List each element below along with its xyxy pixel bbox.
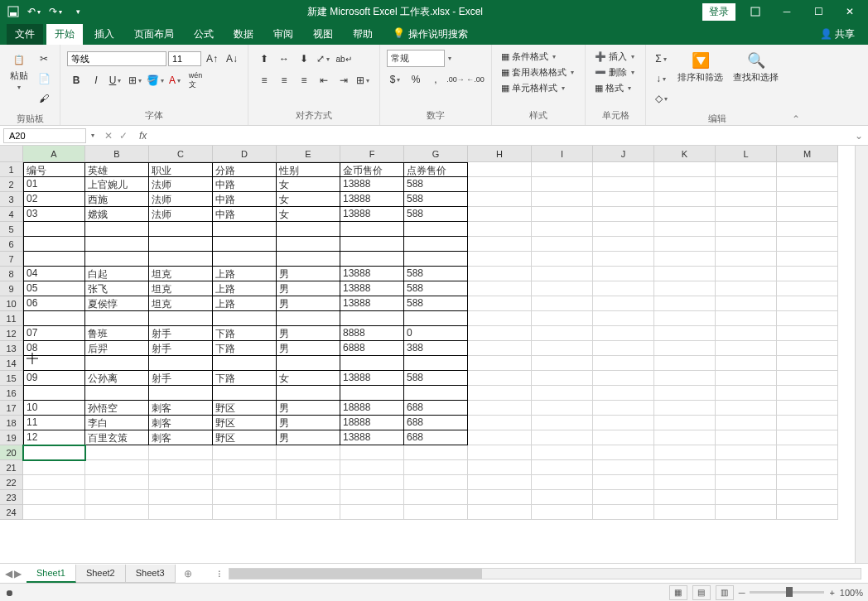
row-header[interactable]: 21 [0, 460, 23, 475]
cell[interactable] [593, 356, 654, 371]
cell[interactable]: 男 [277, 341, 340, 356]
column-header[interactable]: C [149, 146, 213, 162]
align-top-icon[interactable]: ⬆ [255, 50, 273, 68]
cell[interactable] [85, 356, 149, 371]
cell[interactable] [532, 252, 593, 267]
tab-insert[interactable]: 插入 [86, 24, 123, 45]
cell[interactable] [532, 475, 593, 490]
cell[interactable] [716, 341, 777, 356]
cell[interactable] [532, 430, 593, 445]
cell[interactable] [593, 430, 654, 445]
cell[interactable] [23, 222, 85, 237]
cell[interactable]: 12 [23, 430, 85, 445]
tab-formula[interactable]: 公式 [186, 24, 222, 45]
cell[interactable] [277, 445, 340, 460]
cell[interactable]: 野区 [213, 401, 277, 416]
vertical-scrollbar[interactable] [855, 146, 868, 563]
cell[interactable] [468, 177, 532, 192]
align-right-icon[interactable]: ≡ [295, 71, 313, 89]
cell[interactable] [277, 222, 340, 237]
row-header[interactable]: 18 [0, 416, 23, 430]
cell[interactable] [85, 505, 149, 520]
cell[interactable] [468, 192, 532, 207]
cell[interactable]: 13888 [340, 371, 404, 386]
cell[interactable] [468, 296, 532, 311]
cell[interactable] [593, 222, 654, 237]
cell[interactable]: 分路 [213, 162, 277, 177]
cell[interactable]: 13888 [340, 207, 404, 222]
normal-view-icon[interactable]: ▦ [669, 585, 687, 600]
cell[interactable] [654, 416, 716, 430]
expand-formula-icon[interactable]: ⌄ [850, 130, 868, 142]
row-header[interactable]: 13 [0, 341, 23, 356]
cell-style-button[interactable]: ▦单元格样式▾ [499, 81, 569, 95]
cell[interactable]: 白起 [85, 267, 149, 281]
cell[interactable] [404, 490, 468, 505]
cell[interactable] [340, 237, 404, 252]
qat-customize-icon[interactable]: ▾ [68, 2, 88, 22]
cell[interactable] [23, 356, 85, 371]
format-cells-button[interactable]: ▦格式▾ [592, 81, 635, 95]
cell[interactable] [777, 416, 838, 430]
cell[interactable] [654, 296, 716, 311]
cell[interactable] [593, 401, 654, 416]
cell[interactable]: 夏侯惇 [85, 296, 149, 311]
cell[interactable] [277, 460, 340, 475]
column-header[interactable]: B [85, 146, 149, 162]
cell[interactable] [468, 371, 532, 386]
cell[interactable] [468, 341, 532, 356]
cell[interactable] [277, 475, 340, 490]
cell[interactable] [654, 252, 716, 267]
cell[interactable] [654, 162, 716, 177]
cell[interactable]: 下路 [213, 326, 277, 341]
cell[interactable] [777, 430, 838, 445]
cell[interactable] [404, 356, 468, 371]
cell[interactable] [149, 237, 213, 252]
select-all-corner[interactable] [0, 146, 23, 162]
column-header[interactable]: H [468, 146, 532, 162]
cell[interactable] [213, 460, 277, 475]
page-layout-view-icon[interactable]: ▤ [692, 585, 711, 600]
cell[interactable] [593, 237, 654, 252]
fx-icon[interactable]: fx [136, 130, 150, 142]
cell[interactable] [468, 222, 532, 237]
column-header[interactable]: G [404, 146, 468, 162]
cell[interactable]: 07 [23, 326, 85, 341]
cell[interactable] [340, 252, 404, 267]
cell[interactable] [468, 237, 532, 252]
cell[interactable] [654, 222, 716, 237]
cell[interactable]: 388 [404, 341, 468, 356]
cell[interactable] [654, 430, 716, 445]
bold-icon[interactable]: B [67, 71, 85, 89]
cell[interactable] [532, 177, 593, 192]
cell[interactable] [340, 460, 404, 475]
cell[interactable] [404, 386, 468, 401]
row-header[interactable]: 23 [0, 490, 23, 505]
cell[interactable] [716, 460, 777, 475]
cell[interactable] [468, 252, 532, 267]
cell[interactable] [593, 252, 654, 267]
indent-inc-icon[interactable]: ⇥ [335, 71, 353, 89]
row-header[interactable]: 17 [0, 401, 23, 416]
zoom-in-icon[interactable]: + [829, 588, 834, 598]
cell[interactable] [468, 267, 532, 281]
cell[interactable] [23, 445, 85, 460]
cell[interactable]: 公孙离 [85, 371, 149, 386]
cell[interactable] [340, 475, 404, 490]
cell[interactable]: 男 [277, 296, 340, 311]
cell[interactable]: 法师 [149, 192, 213, 207]
cell[interactable]: 刺客 [149, 430, 213, 445]
cell[interactable]: 射手 [149, 341, 213, 356]
column-header[interactable]: D [213, 146, 277, 162]
copy-icon[interactable]: 📄 [35, 70, 53, 88]
cell[interactable] [777, 475, 838, 490]
row-header[interactable]: 12 [0, 326, 23, 341]
cell[interactable] [532, 311, 593, 326]
row-header[interactable]: 14 [0, 356, 23, 371]
cell[interactable] [593, 341, 654, 356]
cell[interactable] [593, 490, 654, 505]
cell[interactable] [23, 386, 85, 401]
sheet-tab[interactable]: Sheet1 [27, 565, 76, 583]
cell[interactable] [654, 192, 716, 207]
cell[interactable] [532, 341, 593, 356]
